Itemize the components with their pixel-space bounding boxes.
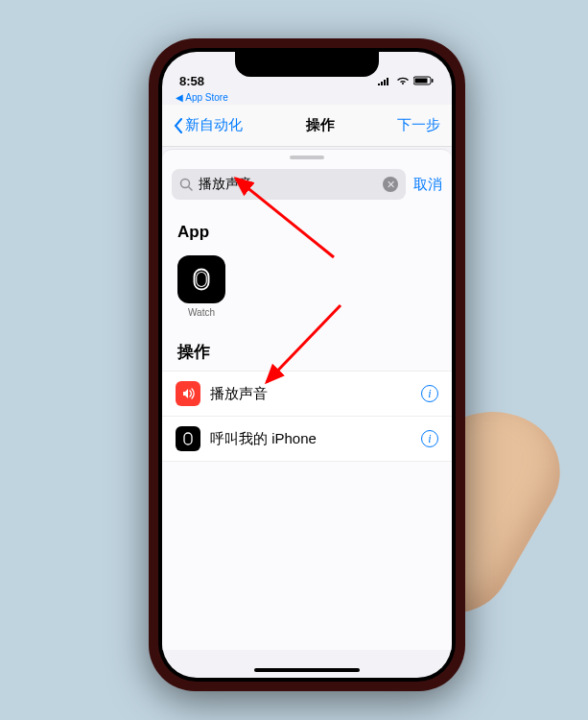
notch — [235, 52, 379, 77]
info-icon[interactable]: i — [421, 385, 438, 402]
watch-app-icon — [177, 255, 225, 303]
sheet-grabber[interactable] — [290, 156, 324, 159]
speaker-icon — [176, 381, 200, 406]
nav-back-button[interactable]: 新自动化 — [174, 116, 243, 134]
home-indicator[interactable] — [254, 668, 360, 672]
svg-rect-2 — [432, 79, 434, 83]
section-header-app: App — [162, 209, 452, 250]
status-time: 8:58 — [179, 74, 204, 88]
nav-next-button[interactable]: 下一步 — [397, 116, 440, 134]
nav-bar: 新自动化 操作 下一步 — [162, 105, 452, 147]
watch-icon — [176, 426, 200, 451]
search-box[interactable]: ✕ — [172, 169, 406, 200]
wifi-icon — [396, 74, 410, 88]
svg-rect-1 — [415, 79, 428, 84]
svg-rect-5 — [197, 273, 207, 287]
search-icon — [179, 178, 193, 191]
signal-icon — [377, 74, 392, 88]
phone-device: 8:58 ◀ App Store 新自动化 — [149, 38, 465, 691]
svg-rect-6 — [184, 433, 192, 444]
svg-point-3 — [181, 180, 190, 188]
search-cancel[interactable]: 取消 — [413, 176, 442, 194]
chevron-left-icon — [174, 118, 183, 133]
info-icon[interactable]: i — [421, 430, 438, 447]
nav-title: 操作 — [306, 116, 335, 134]
app-item-watch[interactable]: Watch — [177, 255, 225, 318]
nav-back-label: 新自动化 — [185, 116, 243, 134]
clear-icon[interactable]: ✕ — [383, 177, 398, 192]
phone-screen: 8:58 ◀ App Store 新自动化 — [162, 52, 452, 678]
breadcrumb-back[interactable]: ◀ App Store — [162, 90, 452, 105]
action-row-play-sound[interactable]: 播放声音 i — [162, 372, 452, 417]
action-row-ping-iphone[interactable]: 呼叫我的 iPhone i — [162, 417, 452, 462]
section-header-actions: 操作 — [162, 327, 452, 371]
battery-icon — [413, 74, 435, 88]
sheet: ✕ 取消 App Watch 操作 — [162, 149, 452, 650]
action-label: 播放声音 — [210, 385, 412, 403]
action-label: 呼叫我的 iPhone — [210, 430, 412, 448]
search-input[interactable] — [199, 177, 377, 192]
app-label: Watch — [188, 307, 215, 318]
